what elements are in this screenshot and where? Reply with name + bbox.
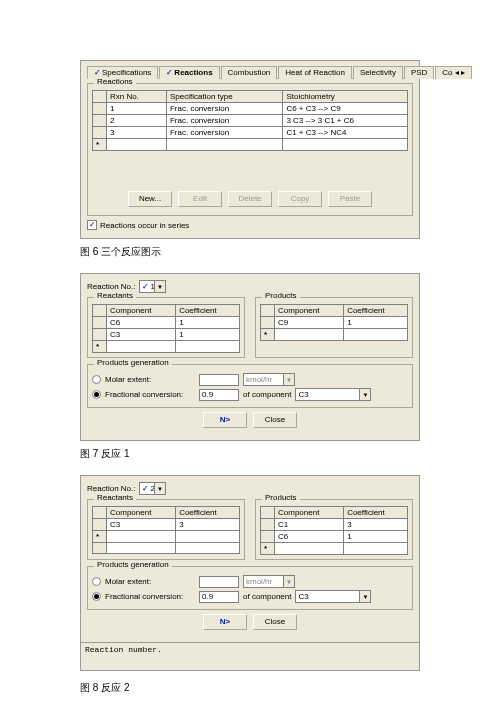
molar-extent-field[interactable] bbox=[199, 576, 239, 588]
copy-button[interactable]: Copy bbox=[278, 191, 322, 207]
of-component-combo[interactable]: C3▼ bbox=[295, 388, 371, 401]
molar-unit-combo[interactable]: kmol/hr▼ bbox=[243, 575, 295, 588]
table-row[interactable]: * bbox=[93, 341, 240, 353]
table-row[interactable]: C31 bbox=[93, 329, 240, 341]
table-row[interactable]: * bbox=[93, 139, 408, 151]
table-row[interactable]: C91 bbox=[261, 317, 408, 329]
table-row[interactable]: * bbox=[93, 531, 240, 543]
figure6-caption: 图 6 三个反应图示 bbox=[80, 245, 420, 259]
table-row[interactable]: 3 Frac. conversion C1 + C3 --> NC4 bbox=[93, 127, 408, 139]
next-button[interactable]: N> bbox=[203, 614, 247, 630]
reaction-no-label: Reaction No.: bbox=[87, 282, 135, 291]
molar-extent-radio[interactable] bbox=[92, 577, 101, 586]
col-spec: Specification type bbox=[166, 91, 282, 103]
tab-selectivity[interactable]: Selectivity bbox=[353, 66, 403, 79]
tab-co[interactable]: Co ◂ ▸ bbox=[435, 66, 472, 79]
table-row[interactable]: 1 Frac. conversion C6 + C3 --> C9 bbox=[93, 103, 408, 115]
close-button[interactable]: Close bbox=[253, 412, 297, 428]
table-row[interactable]: C13 bbox=[261, 519, 408, 531]
status-bar: Reaction number. bbox=[80, 643, 420, 671]
figure7-caption: 图 7 反应 1 bbox=[80, 447, 420, 461]
tab-heat[interactable]: Heat of Reaction bbox=[278, 66, 352, 79]
col-rxn: Rxn No. bbox=[107, 91, 167, 103]
table-row[interactable]: * bbox=[261, 543, 408, 555]
reactants-group: Reactants ComponentCoefficient C61 C31 * bbox=[87, 297, 245, 358]
tab-combustion[interactable]: Combustion bbox=[221, 66, 278, 79]
products-table: ComponentCoefficient C13 C61 * bbox=[260, 506, 408, 555]
of-component-combo[interactable]: C3▼ bbox=[295, 590, 371, 603]
new-button[interactable]: New... bbox=[128, 191, 172, 207]
products-group: Products ComponentCoefficient C13 C61 * bbox=[255, 499, 413, 560]
frac-conversion-radio[interactable] bbox=[92, 592, 101, 601]
paste-button[interactable]: Paste bbox=[328, 191, 372, 207]
edit-button[interactable]: Edit bbox=[178, 191, 222, 207]
series-label: Reactions occur in series bbox=[100, 221, 189, 230]
reaction-no-label: Reaction No.: bbox=[87, 484, 135, 493]
figure8-caption: 图 8 反应 2 bbox=[80, 681, 420, 695]
chevron-down-icon: ▼ bbox=[154, 483, 165, 494]
tab-psd[interactable]: PSD bbox=[404, 66, 434, 79]
frac-conversion-radio[interactable] bbox=[92, 390, 101, 399]
frac-conversion-field[interactable]: 0.9 bbox=[199, 591, 239, 603]
chevron-down-icon: ▼ bbox=[283, 374, 294, 385]
reactants-table: ComponentCoefficient C61 C31 * bbox=[92, 304, 240, 353]
chevron-down-icon: ▼ bbox=[359, 591, 370, 602]
reaction-no-select[interactable]: ✓1 ▼ bbox=[139, 280, 165, 293]
molar-extent-radio[interactable] bbox=[92, 375, 101, 384]
frac-conversion-field[interactable]: 0.9 bbox=[199, 389, 239, 401]
products-generation-group: Products generation Molar extent: kmol/h… bbox=[87, 566, 413, 610]
delete-button[interactable]: Delete bbox=[228, 191, 272, 207]
molar-extent-field[interactable] bbox=[199, 374, 239, 386]
chevron-down-icon: ▼ bbox=[283, 576, 294, 587]
products-generation-group: Products generation Molar extent: kmol/h… bbox=[87, 364, 413, 408]
products-group: Products ComponentCoefficient C91 * bbox=[255, 297, 413, 358]
tab-strip: ✓Specifications ✓Reactions Combustion He… bbox=[87, 65, 413, 79]
reactants-table: ComponentCoefficient C33 * bbox=[92, 506, 240, 554]
figure7-panel: Reaction No.: ✓1 ▼ Reactants ComponentCo… bbox=[80, 273, 420, 441]
next-button[interactable]: N> bbox=[203, 412, 247, 428]
molar-unit-combo[interactable]: kmol/hr▼ bbox=[243, 373, 295, 386]
chevron-down-icon: ▼ bbox=[154, 281, 165, 292]
tab-reactions[interactable]: ✓Reactions bbox=[159, 66, 219, 79]
series-checkbox[interactable]: ✓ bbox=[87, 220, 97, 230]
reactants-group: Reactants ComponentCoefficient C33 * bbox=[87, 499, 245, 560]
reaction-no-select[interactable]: ✓2 ▼ bbox=[139, 482, 165, 495]
reactions-group-title: Reactions bbox=[94, 77, 136, 86]
table-row[interactable]: * bbox=[261, 329, 408, 341]
figure8-panel: Reaction No.: ✓2 ▼ Reactants ComponentCo… bbox=[80, 475, 420, 643]
products-table: ComponentCoefficient C91 * bbox=[260, 304, 408, 341]
figure6-panel: ✓Specifications ✓Reactions Combustion He… bbox=[80, 60, 420, 239]
reactions-group: Reactions Rxn No. Specification type Sto… bbox=[87, 83, 413, 216]
col-stoi: Stoichiometry bbox=[283, 91, 408, 103]
close-button[interactable]: Close bbox=[253, 614, 297, 630]
table-row[interactable]: C61 bbox=[261, 531, 408, 543]
table-row[interactable]: C61 bbox=[93, 317, 240, 329]
table-row[interactable]: C33 bbox=[93, 519, 240, 531]
chevron-down-icon: ▼ bbox=[359, 389, 370, 400]
table-row[interactable]: 2 Frac. conversion 3 C3 --> 3 C1 + C6 bbox=[93, 115, 408, 127]
reactions-table: Rxn No. Specification type Stoichiometry… bbox=[92, 90, 408, 151]
